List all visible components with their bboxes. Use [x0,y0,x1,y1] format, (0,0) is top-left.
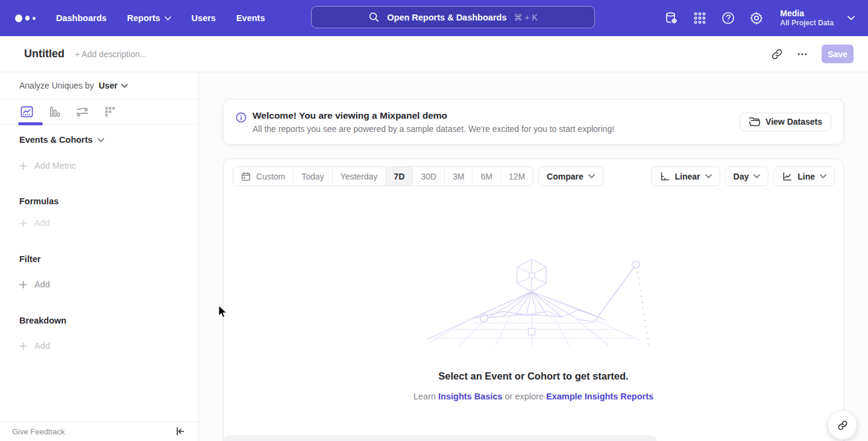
add-breakdown-button[interactable]: Add [19,341,50,351]
plus-icon [19,342,27,350]
add-formula-button[interactable]: Add [19,218,50,228]
scale-selector-button[interactable]: Linear [651,166,720,186]
empty-state-illustration [416,255,651,349]
collapse-sidebar-icon[interactable] [175,427,185,436]
report-description-placeholder[interactable]: + Add description... [75,49,146,59]
date-range-control: Custom Today Yesterday 7D 30D 3M 6M 12M [233,166,533,186]
date-range-yesterday[interactable]: Yesterday [332,167,386,186]
sidebar-footer: Give Feedback [0,421,198,441]
search-icon [368,11,380,23]
main-content: Welcome! You are viewing a Mixpanel demo… [199,72,868,441]
banner-title: Welcome! You are viewing a Mixpanel demo [253,110,614,121]
date-range-custom[interactable]: Custom [233,167,293,186]
example-insights-reports-link[interactable]: Example Insights Reports [546,392,653,401]
analyze-label: Analyze Uniques by [19,81,94,90]
linear-axis-icon [659,171,670,182]
folder-icon [749,117,760,127]
metrics-grid-icon[interactable] [103,105,117,119]
query-builder-sidebar: Analyze Uniques by User [0,72,199,441]
compare-button[interactable]: Compare [538,166,603,186]
breakdown-section-title: Breakdown [19,316,66,325]
chevron-down-icon [820,174,826,178]
global-search-input[interactable]: Open Reports & Dashboards ⌘ + K [311,6,595,28]
chevron-down-icon [121,84,128,88]
chevron-down-icon [165,16,171,20]
active-tab-indicator [18,122,43,125]
help-icon[interactable] [721,11,735,25]
give-feedback-link[interactable]: Give Feedback [12,427,64,436]
save-button[interactable]: Save [822,45,854,63]
demo-welcome-banner: Welcome! You are viewing a Mixpanel demo… [223,99,844,145]
top-navbar: Dashboards Reports Users Events Open Rep… [0,0,868,36]
share-link-fab[interactable] [828,410,857,440]
chevron-down-icon [588,174,595,178]
date-range-today[interactable]: Today [293,167,332,186]
date-range-6m[interactable]: 6M [472,167,500,186]
report-title[interactable]: Untitled [24,48,64,60]
insights-chart-card: Custom Today Yesterday 7D 30D 3M 6M 12M … [223,158,844,441]
filter-section-title: Filter [19,254,40,264]
chart-type-selector-button[interactable]: Line [773,166,835,186]
chevron-down-icon [753,174,760,178]
chart-controls: Custom Today Yesterday 7D 30D 3M 6M 12M … [224,159,843,186]
mixpanel-logo-icon[interactable] [15,14,36,22]
project-switcher[interactable]: Media All Project Data [780,8,834,28]
nav-item-events[interactable]: Events [236,13,265,23]
add-metric-button[interactable]: Add Metric [19,161,76,170]
date-range-7d[interactable]: 7D [385,167,412,186]
analyze-by-selector[interactable]: User [99,81,128,90]
empty-state-subtitle: Learn Insights Basics or explore Example… [224,392,843,401]
project-name: Media [780,8,834,19]
chevron-down-icon [705,174,712,178]
line-chart-icon [782,171,793,182]
report-header: Untitled + Add description... Save [0,36,868,72]
data-connections-icon[interactable] [664,11,679,25]
info-icon [236,112,247,123]
search-placeholder: Open Reports & Dashboards [387,13,506,22]
date-range-30d[interactable]: 30D [412,167,444,186]
formulas-section-title: Formulas [19,196,58,206]
bar-chart-icon[interactable] [48,105,61,119]
visualization-tabs [0,99,198,125]
nav-item-reports[interactable]: Reports [127,13,171,23]
interval-selector-button[interactable]: Day [725,166,769,186]
analyze-row: Analyze Uniques by User [0,72,198,99]
plus-icon [19,162,27,170]
chevron-down-icon [98,138,104,142]
plus-icon [19,281,27,289]
insights-line-chart-icon[interactable] [20,105,34,119]
project-scope: All Project Data [780,19,834,28]
chevron-down-icon [848,16,855,20]
date-range-3m[interactable]: 3M [444,167,472,186]
calendar-icon [241,172,251,181]
link-icon [837,420,848,431]
view-datasets-button[interactable]: View Datasets [740,113,831,131]
flow-icon[interactable] [75,105,89,119]
collapsed-bottom-panel[interactable] [223,435,657,441]
mixpanel-insights-page: Dashboards Reports Users Events Open Rep… [0,0,868,441]
plus-icon [19,219,27,227]
nav-item-users[interactable]: Users [192,13,216,23]
more-options-icon[interactable] [796,48,808,60]
settings-icon[interactable] [749,11,764,25]
nav-item-dashboards[interactable]: Dashboards [56,13,107,23]
date-range-12m[interactable]: 12M [500,167,533,186]
copy-link-icon[interactable] [771,48,783,60]
apps-grid-icon[interactable] [693,11,707,25]
events-cohorts-section[interactable]: Events & Cohorts [19,135,104,145]
banner-body: All the reports you see are powered by a… [253,124,614,134]
insights-basics-link[interactable]: Insights Basics [438,392,502,401]
search-shortcut: ⌘ + K [514,13,537,22]
add-filter-button[interactable]: Add [19,280,50,289]
empty-state-title: Select an Event or Cohort to get started… [224,371,843,382]
